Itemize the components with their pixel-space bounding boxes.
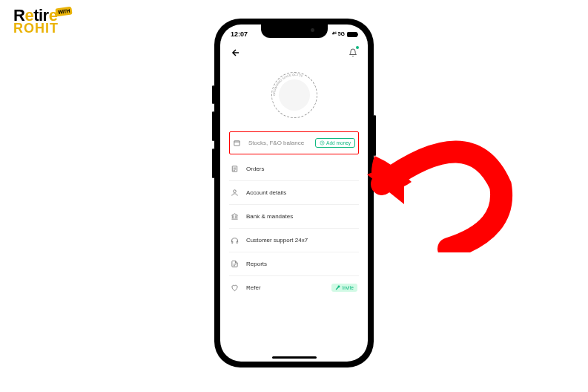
menu-label: Bank & mandates [246,213,357,220]
home-indicator[interactable] [272,356,317,359]
notification-dot [356,46,359,49]
brand-text: tir [33,6,49,24]
menu-label: Orders [246,166,357,172]
add-money-button[interactable]: Add money [315,138,355,148]
add-money-label: Add money [326,140,351,146]
menu-item-orders[interactable]: Orders [229,157,359,181]
app-header [220,41,368,66]
invite-button[interactable]: Invite [331,284,357,292]
orders-icon [231,165,239,173]
invite-label: Invite [342,285,354,290]
bank-icon [231,212,239,220]
svg-rect-1 [234,141,240,146]
menu-item-support[interactable]: Customer support 24x7 [229,229,359,252]
account-icon [231,189,239,197]
battery-icon [347,32,357,37]
avatar-section: GROWWING SINCE OCT'20 [220,66,368,131]
menu-item-refer[interactable]: Refer Invite [229,276,359,299]
menu-item-balance[interactable]: Stocks, F&O balance Add money [229,131,359,154]
avatar-ring[interactable]: GROWWING SINCE OCT'20 [271,72,317,118]
notification-bell-icon[interactable] [348,47,357,60]
reports-icon [231,260,239,268]
menu-label: Refer [246,284,324,291]
brand-with-badge: WITH [55,7,72,17]
svg-point-4 [234,190,237,193]
phone-frame: 12:07 ⁴⁶ 5G GROWWING SINCE OCT'20 [214,19,374,368]
svg-text:GROWWING SINCE OCT'20: GROWWING SINCE OCT'20 [272,73,304,96]
menu-list: Stocks, F&O balance Add money Orders Acc… [220,131,368,299]
menu-label: Reports [246,261,357,267]
back-arrow-icon[interactable] [231,48,241,60]
phone-screen: 12:07 ⁴⁶ 5G GROWWING SINCE OCT'20 [220,24,368,362]
wallet-icon [233,139,241,147]
menu-label: Customer support 24x7 [246,237,357,244]
support-icon [231,236,239,244]
annotation-arrow [352,104,530,255]
menu-item-reports[interactable]: Reports [229,252,359,276]
phone-notch [261,24,328,38]
brand-text: R [13,6,24,24]
heart-icon [231,284,239,292]
menu-item-bank[interactable]: Bank & mandates [229,205,359,229]
menu-label: Stocks, F&O balance [248,140,308,146]
status-signal: ⁴⁶ 5G [332,31,345,37]
brand-logo: Retire WITH ROHIT [13,6,59,36]
menu-item-account[interactable]: Account details [229,181,359,205]
status-time: 12:07 [231,30,248,38]
brand-text: e [24,6,33,24]
menu-label: Account details [246,189,357,196]
